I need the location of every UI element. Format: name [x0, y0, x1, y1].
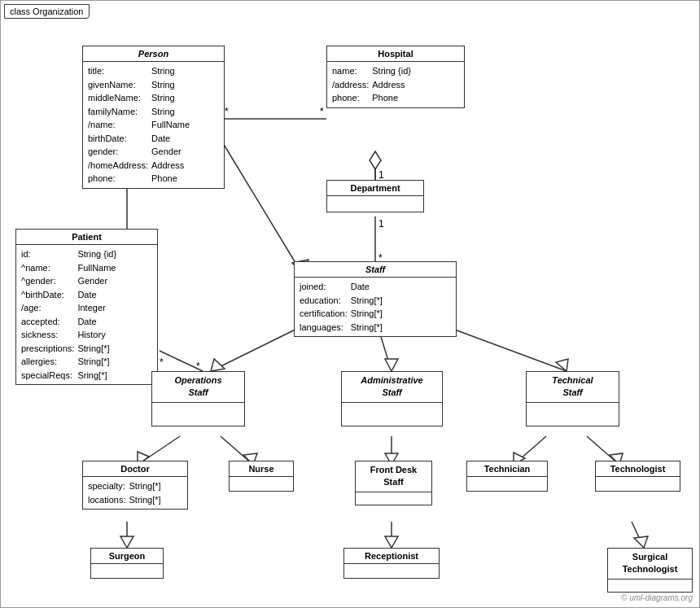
svg-marker-37: [385, 536, 398, 548]
nurse-class: Nurse: [229, 461, 294, 492]
svg-marker-21: [385, 359, 398, 371]
technologist-class: Technologist: [595, 461, 680, 492]
hospital-body: name:String {id} /address:Address phone:…: [327, 62, 464, 107]
department-title: Department: [327, 181, 423, 196]
front-desk-staff-class: Front DeskStaff: [355, 461, 432, 505]
staff-body: joined:Date education:String[*] certific…: [295, 278, 456, 336]
svg-text:1: 1: [378, 169, 384, 181]
person-body: title:String givenName:String middleName…: [83, 62, 224, 188]
surgeon-title: Surgeon: [91, 549, 163, 564]
technician-title: Technician: [467, 461, 547, 477]
svg-line-38: [632, 522, 644, 548]
svg-marker-23: [556, 359, 568, 371]
receptionist-class: Receptionist: [343, 548, 440, 579]
technician-class: Technician: [466, 461, 548, 492]
hospital-class: Hospital name:String {id} /address:Addre…: [326, 46, 465, 108]
technologist-title: Technologist: [596, 461, 680, 477]
svg-text:*: *: [320, 106, 324, 117]
front-desk-staff-title: Front DeskStaff: [356, 461, 431, 492]
doctor-body: specialty:String[*] locations:String[*]: [83, 477, 187, 509]
svg-text:*: *: [160, 356, 164, 368]
operations-staff-class: OperationsStaff: [151, 371, 245, 426]
svg-line-13: [221, 139, 302, 273]
svg-marker-39: [634, 536, 648, 548]
svg-marker-19: [211, 359, 225, 371]
surgical-technologist-class: SurgicalTechnologist: [607, 548, 693, 593]
doctor-class: Doctor specialty:String[*] locations:Str…: [82, 461, 188, 510]
department-class: Department: [326, 180, 424, 212]
administrative-staff-class: AdministrativeStaff: [341, 371, 443, 426]
svg-marker-35: [120, 536, 133, 548]
svg-marker-4: [370, 151, 381, 169]
surgeon-class: Surgeon: [90, 548, 164, 579]
person-class: Person title:String givenName:String mid…: [82, 46, 225, 189]
staff-class: Staff joined:Date education:String[*] ce…: [294, 261, 457, 337]
staff-title: Staff: [295, 262, 456, 278]
diagram-container: class Organization * * 1 * 1 * * *: [0, 0, 700, 608]
operations-staff-title: OperationsStaff: [152, 372, 244, 403]
patient-class: Patient id:String {id} ^name:FullName ^g…: [15, 229, 158, 385]
nurse-title: Nurse: [230, 461, 293, 477]
patient-title: Patient: [16, 230, 157, 245]
receptionist-title: Receptionist: [344, 549, 439, 564]
doctor-title: Doctor: [83, 461, 187, 477]
hospital-title: Hospital: [327, 46, 464, 62]
technical-staff-class: TechnicalStaff: [526, 371, 619, 426]
person-title: Person: [83, 46, 224, 62]
diagram-label: class Organization: [4, 4, 90, 19]
svg-text:*: *: [196, 361, 200, 372]
technical-staff-title: TechnicalStaff: [527, 372, 619, 403]
surgical-technologist-title: SurgicalTechnologist: [608, 549, 692, 580]
svg-line-15: [160, 351, 203, 371]
watermark: © uml-diagrams.org: [621, 593, 693, 602]
svg-text:*: *: [225, 106, 229, 117]
administrative-staff-title: AdministrativeStaff: [342, 372, 442, 403]
svg-text:1: 1: [378, 218, 384, 230]
patient-body: id:String {id} ^name:FullName ^gender:Ge…: [16, 245, 157, 384]
